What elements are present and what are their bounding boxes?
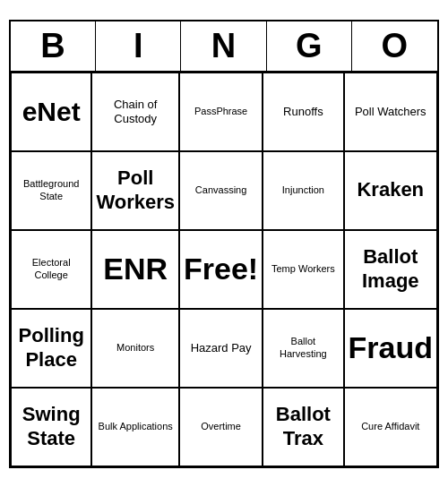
bingo-cell-23: Ballot Trax bbox=[263, 388, 343, 466]
bingo-cell-14: Ballot Image bbox=[344, 230, 437, 309]
bingo-cell-6: Poll Workers bbox=[91, 151, 179, 230]
bingo-cell-19: Fraud bbox=[344, 309, 437, 388]
bingo-card: B I N G O eNetChain of CustodyPassPhrase… bbox=[9, 20, 439, 468]
cell-text-1: Chain of Custody bbox=[96, 98, 175, 125]
bingo-cell-15: Polling Place bbox=[11, 309, 91, 388]
cell-text-7: Canvassing bbox=[195, 184, 246, 196]
bingo-cell-2: PassPhrase bbox=[179, 73, 263, 151]
header-g: G bbox=[267, 21, 352, 71]
header-n: N bbox=[181, 21, 266, 71]
cell-text-21: Bulk Applications bbox=[99, 421, 173, 432]
cell-text-23: Ballot Trax bbox=[267, 403, 339, 450]
cell-text-16: Monitors bbox=[116, 342, 154, 354]
cell-text-20: Swing State bbox=[15, 403, 87, 450]
bingo-cell-8: Injunction bbox=[263, 151, 343, 230]
header-b: B bbox=[11, 21, 96, 71]
cell-text-19: Fraud bbox=[349, 329, 433, 366]
cell-text-9: Kraken bbox=[357, 178, 424, 201]
cell-text-22: Overtime bbox=[201, 421, 241, 432]
bingo-cell-18: Ballot Harvesting bbox=[263, 309, 343, 388]
cell-text-14: Ballot Image bbox=[349, 245, 433, 293]
bingo-cell-4: Poll Watchers bbox=[344, 73, 437, 151]
bingo-cell-16: Monitors bbox=[91, 309, 179, 388]
bingo-cell-11: ENR bbox=[91, 230, 179, 309]
bingo-cell-0: eNet bbox=[11, 73, 91, 151]
bingo-cell-12: Free! bbox=[179, 230, 263, 309]
bingo-cell-24: Cure Affidavit bbox=[344, 388, 437, 466]
bingo-cell-1: Chain of Custody bbox=[91, 73, 179, 151]
cell-text-13: Temp Workers bbox=[271, 263, 335, 275]
bingo-cell-3: Runoffs bbox=[263, 73, 343, 151]
cell-text-24: Cure Affidavit bbox=[361, 421, 419, 432]
cell-text-17: Hazard Pay bbox=[191, 341, 252, 355]
cell-text-3: Runoffs bbox=[283, 105, 323, 119]
bingo-cell-5: Battleground State bbox=[11, 151, 91, 230]
bingo-header: B I N G O bbox=[11, 21, 437, 73]
cell-text-6: Poll Workers bbox=[96, 167, 175, 214]
cell-text-0: eNet bbox=[22, 96, 81, 128]
cell-text-8: Injunction bbox=[282, 184, 324, 196]
bingo-cell-10: Electoral College bbox=[11, 230, 91, 309]
cell-text-12: Free! bbox=[184, 251, 258, 287]
cell-text-15: Polling Place bbox=[15, 324, 87, 372]
bingo-grid: eNetChain of CustodyPassPhraseRunoffsPol… bbox=[11, 73, 437, 466]
bingo-cell-17: Hazard Pay bbox=[179, 309, 263, 388]
cell-text-4: Poll Watchers bbox=[355, 105, 426, 119]
bingo-cell-20: Swing State bbox=[11, 388, 91, 466]
bingo-cell-21: Bulk Applications bbox=[91, 388, 179, 466]
bingo-cell-13: Temp Workers bbox=[263, 230, 343, 309]
cell-text-10: Electoral College bbox=[15, 257, 87, 280]
cell-text-18: Ballot Harvesting bbox=[267, 336, 339, 359]
bingo-cell-7: Canvassing bbox=[179, 151, 263, 230]
header-i: I bbox=[96, 21, 181, 71]
cell-text-2: PassPhrase bbox=[194, 106, 247, 117]
cell-text-11: ENR bbox=[103, 251, 168, 287]
header-o: O bbox=[352, 21, 437, 71]
bingo-cell-22: Overtime bbox=[179, 388, 263, 466]
bingo-cell-9: Kraken bbox=[344, 151, 437, 230]
cell-text-5: Battleground State bbox=[15, 178, 87, 201]
